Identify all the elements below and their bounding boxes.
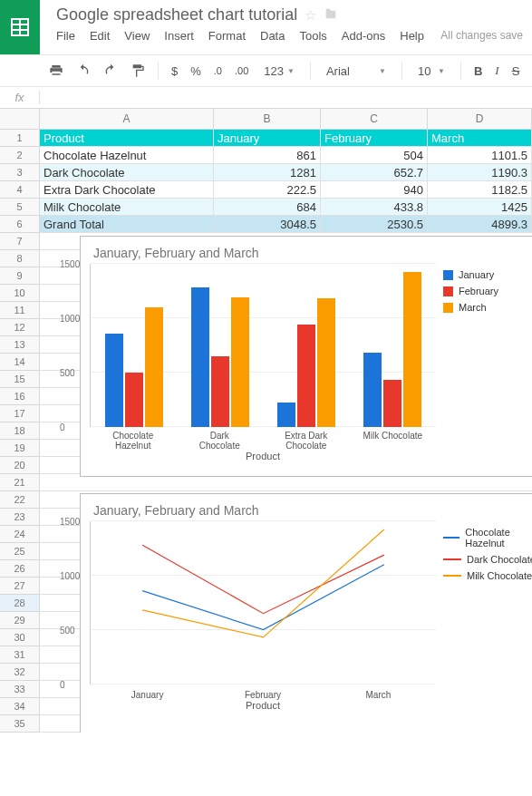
undo-icon[interactable] <box>73 62 94 80</box>
menu-help[interactable]: Help <box>400 29 424 43</box>
bar-chart[interactable]: January, February and March050010001500C… <box>80 236 532 477</box>
cell[interactable]: 1182.5 <box>428 181 532 199</box>
row-head[interactable]: 7 <box>0 233 40 250</box>
row-head[interactable]: 9 <box>0 267 40 285</box>
cell[interactable]: 3048.5 <box>214 216 321 233</box>
bar <box>145 307 163 427</box>
row-head[interactable]: 32 <box>0 664 40 681</box>
cell[interactable]: January <box>214 130 321 147</box>
menu-format[interactable]: Format <box>208 29 246 43</box>
cell[interactable]: 652.7 <box>321 164 428 181</box>
cell[interactable]: Dark Chocolate <box>40 164 214 181</box>
cell[interactable]: 684 <box>214 199 321 216</box>
row-head[interactable]: 24 <box>0 526 40 543</box>
strikethrough-button[interactable]: S <box>508 63 524 80</box>
row-head[interactable]: 4 <box>0 181 40 199</box>
row-head[interactable]: 25 <box>0 543 40 560</box>
row-head[interactable]: 15 <box>0 371 40 388</box>
row-head[interactable]: 5 <box>0 199 40 216</box>
row-head[interactable]: 28 <box>0 595 40 612</box>
cell[interactable]: 433.8 <box>321 199 428 216</box>
cell[interactable]: February <box>321 130 428 147</box>
cell[interactable]: 504 <box>321 147 428 164</box>
cell[interactable]: Milk Chocolate <box>40 199 214 216</box>
app-logo[interactable] <box>0 0 40 54</box>
row-head[interactable]: 23 <box>0 509 40 526</box>
row-head[interactable]: 22 <box>0 491 40 509</box>
formula-input[interactable] <box>40 87 532 108</box>
col-head-b[interactable]: B <box>214 109 321 129</box>
decrease-decimal-button[interactable]: .0 <box>210 63 226 78</box>
currency-button[interactable]: $ <box>168 63 181 80</box>
row-head[interactable]: 8 <box>0 250 40 267</box>
row-head[interactable]: 26 <box>0 560 40 578</box>
row-head[interactable]: 34 <box>0 698 40 715</box>
col-head-a[interactable]: A <box>40 109 214 129</box>
italic-button[interactable]: I <box>491 62 502 80</box>
bar <box>403 272 421 427</box>
doc-title[interactable]: Google spreadsheet chart tutorial <box>56 5 297 24</box>
col-head-c[interactable]: C <box>321 109 428 129</box>
row-head[interactable]: 29 <box>0 612 40 629</box>
row-head[interactable]: 33 <box>0 681 40 698</box>
cell[interactable]: Chocolate Hazelnut <box>40 147 214 164</box>
cell[interactable]: 940 <box>321 181 428 199</box>
legend-item: January <box>443 269 532 280</box>
number-format-dropdown[interactable]: 123▼ <box>257 62 301 81</box>
cell[interactable]: 1190.3 <box>428 164 532 181</box>
star-icon[interactable]: ☆ <box>305 7 316 24</box>
redo-icon[interactable] <box>100 62 121 80</box>
row-head[interactable]: 6 <box>0 216 40 233</box>
menu-addons[interactable]: Add-ons <box>342 29 385 43</box>
cell[interactable]: Product <box>40 130 214 147</box>
line-chart[interactable]: January, February and March050010001500J… <box>80 493 532 733</box>
row-head[interactable]: 21 <box>0 474 40 491</box>
folder-icon[interactable] <box>324 6 338 24</box>
row-head[interactable]: 10 <box>0 285 40 302</box>
cell[interactable]: 1425 <box>428 199 532 216</box>
increase-decimal-button[interactable]: .00 <box>231 63 252 78</box>
cell[interactable]: 1281 <box>214 164 321 181</box>
row-head[interactable]: 17 <box>0 405 40 422</box>
chart-title: January, February and March <box>81 237 532 264</box>
cell[interactable]: 222.5 <box>214 181 321 199</box>
paint-format-icon[interactable] <box>127 62 149 80</box>
row-head[interactable]: 14 <box>0 354 40 371</box>
cell[interactable]: Grand Total <box>40 216 214 233</box>
row-head[interactable]: 30 <box>0 629 40 646</box>
row-head[interactable]: 27 <box>0 578 40 595</box>
cell[interactable]: 2530.5 <box>321 216 428 233</box>
legend-item: March <box>443 302 532 313</box>
row-head[interactable]: 19 <box>0 440 40 457</box>
row-head[interactable]: 2 <box>0 147 40 164</box>
row-head[interactable]: 35 <box>0 715 40 733</box>
row-head[interactable]: 12 <box>0 319 40 336</box>
menu-edit[interactable]: Edit <box>90 29 110 43</box>
menu-tools[interactable]: Tools <box>299 29 326 43</box>
row-head[interactable]: 18 <box>0 422 40 440</box>
cell[interactable]: March <box>428 130 532 147</box>
menu-file[interactable]: File <box>56 29 75 43</box>
font-dropdown[interactable]: Arial▼ <box>320 62 392 81</box>
cell[interactable]: Extra Dark Chocolate <box>40 181 214 199</box>
menu-insert[interactable]: Insert <box>164 29 194 43</box>
row-head[interactable]: 3 <box>0 164 40 181</box>
row-head[interactable]: 11 <box>0 302 40 319</box>
print-icon[interactable] <box>45 62 67 80</box>
cell[interactable]: 1101.5 <box>428 147 532 164</box>
bold-button[interactable]: B <box>470 63 486 80</box>
row-head[interactable]: 16 <box>0 388 40 405</box>
row-head[interactable]: 1 <box>0 130 40 147</box>
row-head[interactable]: 13 <box>0 336 40 354</box>
select-all-corner[interactable] <box>0 109 40 130</box>
row-head[interactable]: 20 <box>0 457 40 474</box>
percent-button[interactable]: % <box>187 63 205 80</box>
cell[interactable]: 4899.3 <box>428 216 532 233</box>
row-head[interactable]: 31 <box>0 646 40 664</box>
cell[interactable]: 861 <box>214 147 321 164</box>
font-size-dropdown[interactable]: 10▼ <box>411 62 451 81</box>
menu-view[interactable]: View <box>124 29 150 43</box>
legend-item: February <box>443 286 532 296</box>
menu-data[interactable]: Data <box>260 29 285 43</box>
col-head-d[interactable]: D <box>428 109 532 129</box>
